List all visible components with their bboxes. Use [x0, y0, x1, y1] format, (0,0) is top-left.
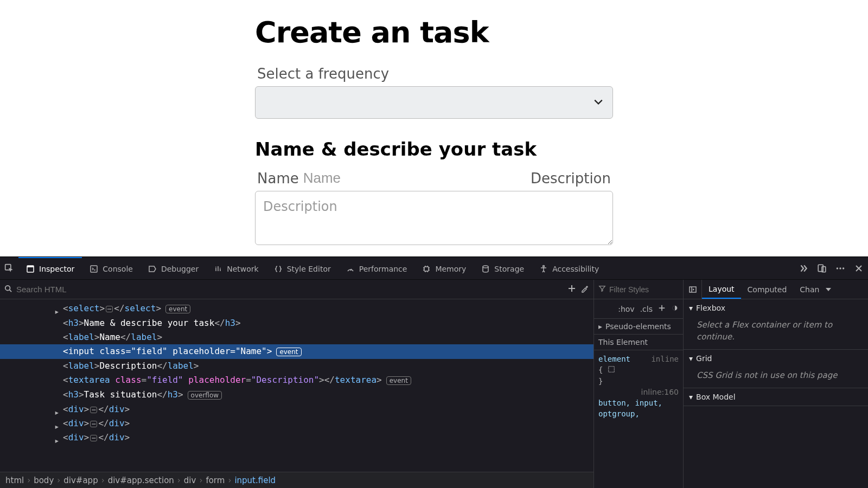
- markup-panel: ▸<select>⋯</select>event <h3>Name & desc…: [0, 280, 594, 488]
- tab-memory-label: Memory: [435, 265, 466, 273]
- twisty-icon: ▸: [598, 322, 602, 331]
- layout-tabstrip: Layout Computed Chan: [684, 280, 868, 299]
- grid-body: CSS Grid is not in use on this page: [684, 367, 868, 388]
- page-viewport: Create an task Select a frequency Name &…: [0, 0, 868, 256]
- markup-search-input[interactable]: [16, 285, 563, 294]
- tree-line[interactable]: ▸<div>⋯</div>: [0, 416, 593, 431]
- pseudo-elements-section[interactable]: ▸ Pseudo-elements: [594, 319, 683, 335]
- svg-point-10: [839, 267, 841, 269]
- this-element-section: This Element: [594, 335, 683, 350]
- layout-tab-computed[interactable]: Computed: [741, 280, 794, 299]
- devtools-tabstrip: Inspector Console Debugger Network Style…: [0, 257, 868, 280]
- tab-storage[interactable]: Storage: [474, 257, 532, 279]
- tab-performance-label: Performance: [359, 265, 407, 273]
- crumb[interactable]: div: [184, 476, 196, 485]
- twisty-icon: ▾: [689, 393, 693, 401]
- tab-performance[interactable]: Performance: [339, 257, 415, 279]
- add-rule-icon[interactable]: [658, 304, 666, 313]
- cls-toggle[interactable]: .cls: [640, 305, 653, 313]
- tree-line[interactable]: ▸<select>⋯</select>event: [0, 301, 593, 316]
- crumb[interactable]: html: [5, 476, 24, 485]
- description-label: Description: [531, 170, 611, 187]
- tab-debugger-label: Debugger: [161, 265, 199, 273]
- tree-line[interactable]: <h3>Name & describe your task</h3>: [0, 316, 593, 330]
- flexbox-header[interactable]: ▾Flexbox: [684, 299, 868, 317]
- tab-accessibility[interactable]: Accessibility: [532, 257, 607, 279]
- crumb[interactable]: body: [34, 476, 54, 485]
- twisty-icon: ▾: [689, 304, 693, 312]
- event-badge[interactable]: event: [386, 376, 411, 385]
- tab-inspector[interactable]: Inspector: [18, 257, 82, 279]
- crumb[interactable]: form: [206, 476, 225, 485]
- svg-rect-7: [818, 265, 823, 271]
- tab-storage-label: Storage: [494, 265, 524, 273]
- tab-accessibility-label: Accessibility: [552, 265, 599, 273]
- layout-panel: Layout Computed Chan ▾Flexbox Select a F…: [684, 280, 868, 488]
- tab-style-editor[interactable]: Style Editor: [266, 257, 339, 279]
- frequency-label: Select a frequency: [257, 66, 613, 82]
- form-container: Create an task Select a frequency Name &…: [255, 0, 613, 247]
- name-input[interactable]: [303, 170, 433, 187]
- hov-toggle[interactable]: :hov: [618, 305, 634, 313]
- tree-line[interactable]: <label>Description</label>: [0, 359, 593, 373]
- caret-down-icon[interactable]: [826, 285, 834, 294]
- crumb-current[interactable]: input.field: [234, 476, 276, 485]
- crumb[interactable]: div#app: [63, 476, 98, 485]
- flexbox-section: ▾Flexbox Select a Flex container or item…: [684, 299, 868, 350]
- boxmodel-section: ▾Box Model: [684, 388, 868, 406]
- devtools-body: ▸<select>⋯</select>event <h3>Name & desc…: [0, 280, 868, 488]
- filter-icon: [598, 285, 606, 294]
- crumb[interactable]: div#app.section: [108, 476, 174, 485]
- frequency-select[interactable]: [255, 86, 613, 119]
- rule-block[interactable]: element inline { } inline:160 button, in…: [594, 350, 683, 422]
- svg-point-11: [843, 267, 844, 269]
- overflow-tabs-icon[interactable]: [794, 264, 813, 273]
- tab-debugger[interactable]: Debugger: [141, 257, 206, 279]
- rules-panel: :hov .cls ▸ Pseudo-elements This Element…: [594, 280, 684, 488]
- grid-header[interactable]: ▾Grid: [684, 350, 868, 367]
- pick-element-icon[interactable]: [0, 257, 18, 279]
- layout-tab-changes[interactable]: Chan: [793, 280, 826, 299]
- rules-toggle-bar: :hov .cls: [594, 299, 683, 319]
- filter-styles-input[interactable]: [609, 285, 679, 294]
- twisty-icon: ▾: [689, 354, 693, 363]
- responsive-mode-icon[interactable]: [813, 264, 831, 273]
- eyedropper-icon[interactable]: [580, 284, 589, 294]
- event-badge[interactable]: event: [276, 348, 301, 356]
- tree-line-selected[interactable]: <input class="field" placeholder="Name">…: [0, 344, 593, 359]
- tree-line[interactable]: ▸<div>⋯</div>: [0, 402, 593, 416]
- tab-console[interactable]: Console: [82, 257, 141, 279]
- rule-origin: inline: [651, 354, 679, 364]
- name-desc-row: Name Description: [257, 170, 611, 187]
- svg-point-12: [5, 286, 10, 291]
- event-badge[interactable]: event: [165, 305, 190, 313]
- section-heading: Name & describe your task: [255, 138, 613, 160]
- tab-console-label: Console: [103, 265, 133, 273]
- layout-tab-layout[interactable]: Layout: [702, 280, 741, 299]
- boxmodel-header[interactable]: ▾Box Model: [684, 388, 868, 406]
- flex-highlight-icon[interactable]: [608, 365, 615, 376]
- svg-rect-14: [609, 367, 615, 373]
- add-node-icon[interactable]: [567, 284, 576, 294]
- tree-line[interactable]: <textarea class="field" placeholder="Des…: [0, 373, 593, 388]
- tab-memory[interactable]: Memory: [414, 257, 474, 279]
- svg-rect-4: [424, 267, 429, 271]
- kebab-menu-icon[interactable]: [831, 264, 850, 273]
- overflow-badge[interactable]: overflow: [188, 391, 222, 400]
- sidebar-toggle-icon[interactable]: [684, 280, 702, 299]
- frequency-select-wrap: [255, 86, 613, 119]
- rule-source[interactable]: inline:160: [598, 387, 679, 397]
- breadcrumb[interactable]: html› body› div#app› div#app.section› di…: [0, 472, 593, 488]
- search-icon: [4, 285, 12, 294]
- tree-line[interactable]: <h3>Task situation</h3>overflow: [0, 388, 593, 402]
- description-textarea[interactable]: [255, 191, 613, 245]
- close-devtools-icon[interactable]: [850, 264, 868, 273]
- light-dark-icon[interactable]: [671, 304, 679, 313]
- tab-network[interactable]: Network: [206, 257, 266, 279]
- svg-point-9: [837, 267, 838, 269]
- tree-line[interactable]: <label>Name</label>: [0, 330, 593, 344]
- svg-point-6: [543, 265, 545, 267]
- tree-line[interactable]: ▸<div>⋯</div>: [0, 431, 593, 445]
- dom-tree[interactable]: ▸<select>⋯</select>event <h3>Name & desc…: [0, 299, 593, 472]
- tab-network-label: Network: [227, 265, 258, 273]
